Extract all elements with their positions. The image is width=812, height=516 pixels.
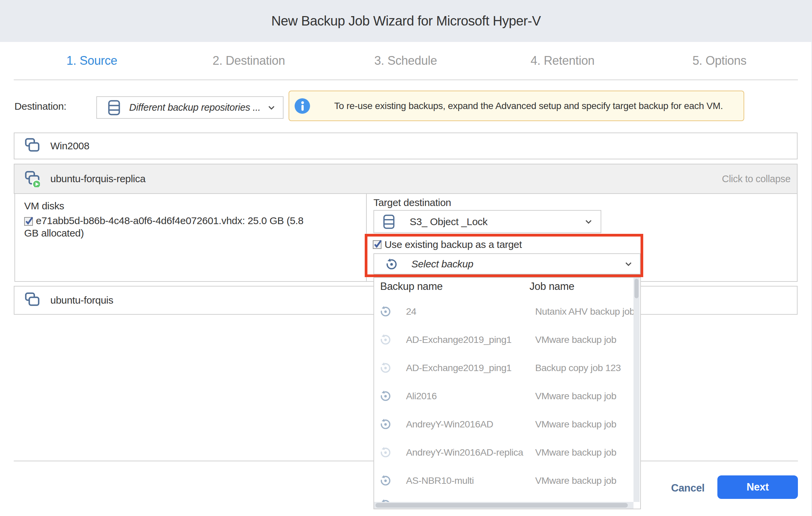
- chevron-down-icon: [625, 262, 632, 266]
- tab-options[interactable]: 5. Options: [641, 42, 798, 80]
- vertical-scrollbar[interactable]: [634, 278, 640, 502]
- restore-point-icon: [379, 361, 392, 374]
- info-banner: To re-use existing backups, expand the A…: [289, 91, 744, 121]
- vm-disk-item: e71abb5d-b86b-4c48-a0f6-4d6f4e072601.vhd…: [24, 214, 316, 239]
- destination-label: Destination:: [14, 101, 66, 111]
- vertical-scrollbar-thumb[interactable]: [635, 279, 639, 298]
- backup-option-andreyy-win2016ad[interactable]: AndreyY-Win2016AD VMware backup job: [374, 410, 633, 438]
- job-name: Nutanix AHV backup job: [535, 306, 635, 317]
- vm-icon: [25, 138, 40, 154]
- backup-name: AD-Exchange2019_ping1: [406, 334, 511, 345]
- info-icon: [295, 98, 310, 114]
- collapse-hint: Click to collapse: [722, 164, 790, 193]
- next-button[interactable]: Next: [717, 476, 798, 499]
- backup-option-as-nbr10-multi[interactable]: AS-NBR10-multi VMware backup job: [374, 466, 633, 494]
- tab-source[interactable]: 1. Source: [13, 42, 170, 80]
- backup-name: AndreyY-Win2016AD: [406, 419, 493, 430]
- restore-point-icon: [379, 305, 392, 318]
- tab-destination[interactable]: 2. Destination: [170, 42, 327, 80]
- backup-name-column-header: Backup name: [380, 281, 442, 292]
- backup-name: 24: [406, 306, 416, 317]
- restore-point-icon: [379, 389, 392, 403]
- restore-point-icon: [384, 257, 399, 271]
- destination-select[interactable]: Different backup repositories ...: [96, 96, 284, 119]
- vm-name: ubuntu-forquis: [50, 294, 113, 306]
- vm-disk-checkbox[interactable]: [24, 217, 33, 226]
- vm-name: Win2008: [50, 140, 89, 152]
- info-banner-text: To re-use existing backups, expand the A…: [334, 101, 723, 111]
- target-destination-value: S3_ Object _Lock: [410, 216, 488, 227]
- vm-row-win2008[interactable]: Win2008: [14, 133, 798, 160]
- select-backup-placeholder: Select backup: [411, 258, 473, 270]
- job-name: VMware backup job: [535, 447, 616, 458]
- tab-retention[interactable]: 4. Retention: [484, 42, 641, 80]
- job-name-column-header: Job name: [529, 281, 575, 292]
- restore-point-icon: [379, 474, 392, 487]
- chevron-down-icon: [268, 106, 275, 110]
- horizontal-scrollbar[interactable]: [374, 502, 634, 509]
- job-name: VMware backup job: [535, 391, 616, 402]
- chevron-down-icon: [585, 220, 592, 224]
- vm-name: ubuntu-forquis-replica: [50, 173, 146, 184]
- restore-point-icon: [379, 418, 392, 431]
- job-name: Backup copy job 123: [535, 362, 621, 373]
- backup-dropdown-panel: Backup name Job name 24 Nutanix AHV back…: [373, 277, 641, 509]
- panel-divider: [366, 194, 367, 282]
- tabs-underline: [14, 80, 798, 80]
- select-backup-dropdown[interactable]: Select backup: [373, 253, 641, 275]
- repository-stack-icon: [108, 100, 120, 115]
- target-destination-select[interactable]: S3_ Object _Lock: [373, 210, 601, 233]
- job-name: VMware backup job: [535, 419, 616, 430]
- backup-option-ali2016[interactable]: Ali2016 VMware backup job: [374, 382, 633, 410]
- job-name: VMware backup job: [535, 334, 616, 345]
- backup-name: Ali2016: [406, 391, 437, 402]
- vm-disks-label: VM disks: [24, 201, 64, 211]
- repository-stack-icon: [383, 214, 395, 229]
- vm-icon: [25, 292, 40, 309]
- vm-disk-label: e71abb5d-b86b-4c48-a0f6-4d6f4e072601.vhd…: [24, 215, 303, 238]
- horizontal-scrollbar-thumb[interactable]: [375, 503, 628, 508]
- page-title: New Backup Job Wizard for Microsoft Hype…: [271, 13, 541, 29]
- wizard-header: New Backup Job Wizard for Microsoft Hype…: [0, 0, 812, 42]
- restore-point-icon: [379, 333, 392, 346]
- vm-running-icon: [25, 171, 40, 187]
- backup-option-24[interactable]: 24 Nutanix AHV backup job: [374, 297, 633, 325]
- wizard-steps: 1. Source 2. Destination 3. Schedule 4. …: [13, 42, 798, 80]
- vm-row-ubuntu-forquis-replica[interactable]: ubuntu-forquis-replica Click to collapse: [14, 164, 798, 194]
- backup-option-ad-exchange2019-ping1-copy[interactable]: AD-Exchange2019_ping1 Backup copy job 12…: [374, 354, 633, 382]
- tab-schedule[interactable]: 3. Schedule: [327, 42, 484, 80]
- destination-select-value: Different backup repositories ...: [129, 102, 260, 113]
- restore-point-icon: [379, 446, 392, 459]
- job-name: VMware backup job: [535, 475, 616, 486]
- backup-option-andreyy-win2016ad-replica[interactable]: AndreyY-Win2016AD-replica VMware backup …: [374, 438, 633, 466]
- backup-name: AS-NBR10-multi: [406, 475, 474, 486]
- backup-option-ad-exchange2019-ping1[interactable]: AD-Exchange2019_ping1 VMware backup job: [374, 325, 633, 354]
- cancel-button[interactable]: Cancel: [654, 482, 721, 494]
- backup-name: AD-Exchange2019_ping1: [406, 362, 511, 373]
- target-destination-label: Target destination: [373, 197, 451, 208]
- backup-name: AndreyY-Win2016AD-replica: [406, 447, 523, 458]
- use-existing-backup-label: Use existing backup as a target: [384, 239, 522, 250]
- use-existing-backup-checkbox[interactable]: [373, 240, 381, 249]
